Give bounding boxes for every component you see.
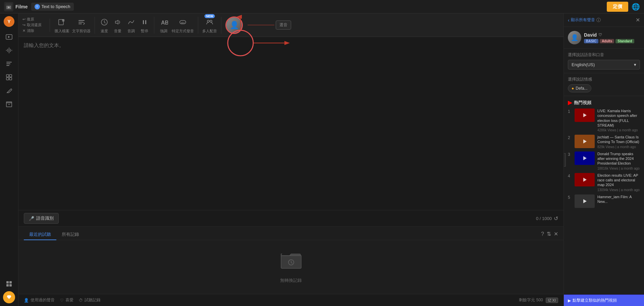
sidebar-item-favorite[interactable]: [3, 291, 15, 303]
sidebar-item-stickers[interactable]: [3, 71, 15, 83]
tone-button[interactable]: 音調: [126, 17, 137, 34]
multi-voice-label: 多人配音: [202, 29, 217, 34]
emotion-label: 選擇說話情感: [568, 77, 640, 82]
sidebar-item-media[interactable]: [3, 31, 15, 43]
user-avatar[interactable]: Y: [4, 16, 14, 27]
clock-icon: ⏱: [79, 298, 83, 303]
emphasis-label: 強調: [160, 29, 167, 34]
video-num: 1: [568, 109, 572, 114]
close-tabs-icon[interactable]: ✕: [554, 231, 558, 237]
mic-icon: 🎤: [29, 216, 34, 221]
hot-videos-header: ▶ 熱門視頻: [568, 99, 640, 106]
tab-icon: T: [35, 4, 40, 9]
voice-avatar-container: 👤: [225, 16, 243, 34]
sidebar-item-archive[interactable]: [3, 98, 15, 110]
voice-hint-box[interactable]: 選音: [276, 20, 291, 30]
special-voice-button[interactable]: abc 特定方式發音: [172, 17, 194, 34]
voice-selector[interactable]: 👤: [225, 16, 243, 34]
topbar: Filme T Text to Speech 定價 🌐: [0, 0, 644, 13]
tone-label: 音調: [127, 29, 135, 34]
svg-text:abc: abc: [181, 21, 185, 24]
profile-name: David ♡: [584, 32, 640, 38]
language-section: 選擇說話語音和口音 English(US) ▾: [564, 49, 644, 73]
profile-info: David ♡ BASIC Adults Standard: [584, 32, 640, 43]
svg-text:AB: AB: [161, 20, 168, 26]
empty-text: 無轉換記錄: [280, 277, 302, 283]
pricing-button[interactable]: 定價: [607, 2, 628, 12]
import-button[interactable]: 匯入檔案: [55, 17, 69, 34]
svg-rect-15: [9, 281, 12, 283]
badge-standard: Standard: [615, 39, 634, 43]
video-item[interactable]: 5 Hammer_iam Film: A New...: [568, 194, 640, 208]
current-tab[interactable]: T Text to Speech: [31, 3, 74, 11]
video-title: Donald Trump speaks after winning the 20…: [597, 151, 640, 166]
speed-button[interactable]: 速度: [99, 17, 110, 34]
pause-icon: [139, 17, 150, 28]
text-input[interactable]: [24, 42, 558, 110]
empty-folder-icon: [279, 251, 303, 275]
undo-button[interactable]: ↩ 復原: [22, 17, 42, 22]
toolbar-sep-3: [198, 17, 198, 34]
clear-button[interactable]: ✕ 清除: [22, 28, 42, 33]
refresh-icon[interactable]: ↺: [554, 215, 558, 222]
svg-rect-18: [59, 19, 63, 25]
badge-adults: Adults: [600, 39, 614, 43]
speed-label: 速度: [101, 29, 108, 34]
sort-icon[interactable]: ⇅: [547, 231, 551, 237]
show-all-button[interactable]: ‹ 顯示所有聲音 ⓘ: [568, 17, 601, 23]
voice-recognition-button[interactable]: 🎤 語音識別: [24, 213, 59, 224]
pause-button[interactable]: 暫停: [139, 17, 150, 34]
profile-name-text: David: [584, 32, 597, 38]
favorites-item[interactable]: ♡ 喜愛: [60, 297, 73, 303]
text-cut-button[interactable]: 文字剪切器: [72, 17, 91, 34]
emotion-section: 選擇說話情感 ● Defa...: [564, 73, 644, 96]
dropdown-arrow-icon: ▾: [634, 62, 636, 67]
collapse-icon: ‹: [568, 17, 570, 23]
video-item[interactable]: 2 jschlatt — Santa Claus Is Coming To To…: [568, 135, 640, 149]
panel-help-icon[interactable]: ⓘ: [596, 17, 601, 23]
language-select[interactable]: English(US) ▾: [568, 60, 640, 70]
sidebar-item-audio[interactable]: [3, 44, 15, 56]
show-all-label: 顯示所有聲音: [571, 17, 595, 23]
sidebar-item-text[interactable]: [3, 58, 15, 70]
profile-avatar: 👤: [568, 31, 581, 44]
video-item[interactable]: 3 Donald Trump speaks after winning the …: [568, 151, 640, 170]
video-item[interactable]: 4 Election results LIVE: AP race calls a…: [568, 173, 640, 192]
history-item[interactable]: ⏱ 試聽記錄: [79, 297, 101, 303]
video-title: Hammer_iam Film: A New...: [597, 194, 640, 204]
lang-label: 選擇說話語音和口音: [568, 52, 640, 58]
video-meta: 18816k Views | a month ago: [597, 167, 640, 170]
pause-label: 暫停: [141, 29, 148, 34]
svg-rect-20: [78, 20, 85, 21]
sidebar-item-grid[interactable]: [3, 278, 15, 290]
speed-icon: [99, 17, 110, 28]
lang-value: English(US): [572, 62, 595, 67]
globe-icon[interactable]: 🌐: [632, 3, 640, 11]
iz-badge[interactable]: IZ XI: [546, 298, 558, 303]
volume-button[interactable]: 音量: [112, 17, 123, 34]
remaining-label: 剩餘字元 500: [519, 297, 543, 303]
tab-recent[interactable]: 最近的試聽: [24, 229, 56, 240]
empty-state: 無轉換記錄: [18, 240, 564, 294]
help-icon[interactable]: ?: [541, 231, 544, 237]
profile-heart-icon[interactable]: ♡: [598, 33, 602, 37]
redo-button[interactable]: ↪ 取消還原: [22, 23, 42, 28]
emotion-button[interactable]: ● Defa...: [568, 84, 591, 92]
video-title: LIVE: Kamala Harris concession speech af…: [597, 108, 640, 128]
voice-arrow-hint: 選音: [248, 20, 291, 30]
used-voice-item[interactable]: 👤 使用過的聲音: [24, 297, 55, 303]
new-badge: NEW: [205, 14, 215, 18]
topbar-right: 定價 🌐: [607, 2, 640, 12]
bottom-cta-button[interactable]: ▶ 點擊建立類似的熱門視頻: [564, 295, 644, 306]
tab-title: Text to Speech: [42, 4, 70, 9]
multi-voice-button[interactable]: NEW 多人配音: [202, 17, 217, 34]
tab-all-records[interactable]: 所有記錄: [56, 229, 85, 240]
close-panel-button[interactable]: ✕: [636, 17, 640, 23]
char-count-text: 0 / 1000: [536, 216, 552, 221]
used-voice-label: 使用過的聲音: [31, 297, 55, 303]
video-item[interactable]: 1 LIVE: Kamala Harris concession speech …: [568, 108, 640, 132]
sidebar-item-draw[interactable]: [3, 85, 15, 97]
video-meta: 4286k Views | a month ago: [597, 128, 640, 132]
emphasis-button[interactable]: AB 強調: [158, 17, 169, 34]
panel-toggle[interactable]: ‹: [564, 153, 566, 167]
